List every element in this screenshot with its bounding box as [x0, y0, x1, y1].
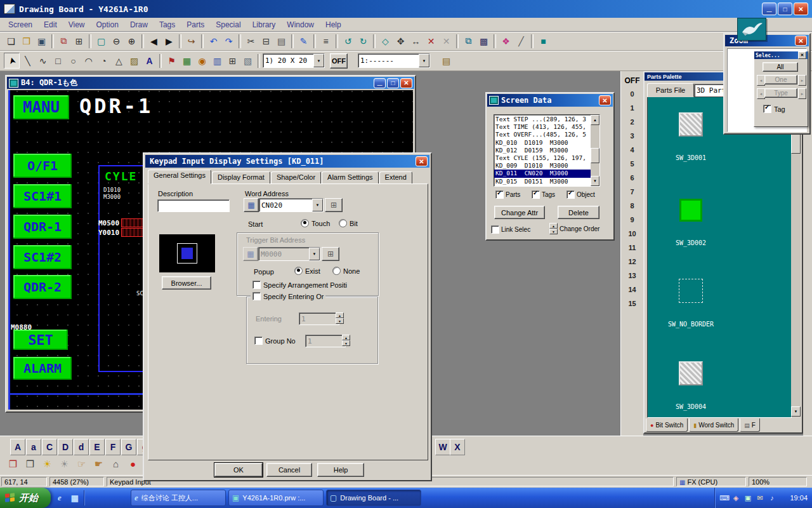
delete-icon[interactable]: ✕: [424, 34, 438, 48]
hmi-button-manu[interactable]: MANU: [13, 95, 69, 119]
level-6[interactable]: 6: [621, 174, 643, 188]
menu-help[interactable]: Help: [320, 18, 347, 31]
one-next-icon[interactable]: [798, 75, 806, 86]
close-button[interactable]: [794, 3, 808, 15]
list-item[interactable]: Text CYLE (155, 126, 197,: [494, 154, 591, 162]
rotate-cw-icon[interactable]: ↻: [356, 34, 370, 48]
group-no-checkbox[interactable]: Group No: [254, 337, 296, 345]
part-sw-no-border[interactable]: SW_NO_BORDER: [653, 279, 729, 328]
tags-checkbox[interactable]: Tags: [532, 190, 555, 199]
undo-icon[interactable]: ↶: [206, 34, 221, 48]
select-one-button[interactable]: One: [764, 75, 797, 84]
move-icon[interactable]: ✥: [393, 34, 408, 48]
change-attr-button[interactable]: Change Attr: [494, 206, 545, 219]
maximize-button[interactable]: [778, 3, 792, 15]
select-panel-titlebar[interactable]: Selec...: [754, 51, 808, 59]
level-1[interactable]: 1: [621, 104, 643, 118]
menu-library[interactable]: Library: [247, 18, 282, 31]
list-item[interactable]: Text STEP ...(289, 126, 3: [494, 116, 591, 123]
menu-special[interactable]: Special: [210, 18, 246, 31]
popup-none-radio[interactable]: None: [332, 267, 360, 275]
group-no-input[interactable]: 1: [305, 335, 346, 347]
level-13[interactable]: 13: [621, 272, 643, 286]
menu-option[interactable]: Option: [91, 18, 124, 31]
volume-icon[interactable]: ♪: [768, 494, 776, 502]
group-no-spinner[interactable]: [342, 335, 350, 346]
show-desktop-icon[interactable]: ▦: [70, 493, 80, 503]
save-icon[interactable]: ▣: [34, 34, 49, 48]
level-off-button[interactable]: OFF: [621, 76, 643, 85]
bulb-off-icon[interactable]: ☀: [56, 456, 72, 472]
spin-up-icon[interactable]: [342, 335, 350, 340]
popup-exist-radio[interactable]: Exist: [294, 267, 320, 275]
change-order-spinner[interactable]: [549, 223, 558, 234]
grid-icon[interactable]: ⊞: [72, 34, 86, 48]
screen-restore-button[interactable]: [387, 78, 399, 88]
tab-f[interactable]: F: [740, 418, 760, 432]
select-type-button[interactable]: Type: [764, 88, 797, 98]
mirror-icon[interactable]: ◇: [378, 34, 393, 48]
scroll-thumb[interactable]: [591, 148, 599, 163]
select-all-button[interactable]: All: [763, 62, 798, 72]
jump-icon[interactable]: ↪: [184, 34, 199, 48]
line-tool-icon[interactable]: ╲: [20, 53, 35, 68]
task-forum[interactable]: e 综合讨论 工控人...: [131, 490, 226, 506]
screen-data-close-button[interactable]: [599, 95, 611, 105]
color-settings-icon[interactable]: ❖: [499, 34, 513, 48]
list-item[interactable]: KD_015 D0151 M3000: [494, 178, 591, 185]
level-12[interactable]: 12: [621, 258, 643, 272]
font-cell-C[interactable]: C: [42, 439, 57, 455]
link-select-checkbox[interactable]: Link Selec: [491, 225, 530, 234]
bulb-on-icon[interactable]: ☀: [39, 456, 55, 472]
scroll-down-icon[interactable]: [791, 406, 801, 417]
level-4[interactable]: 4: [621, 146, 643, 160]
hmi-button-qdr-2[interactable]: QDR-2: [13, 275, 72, 299]
mark-tool-icon[interactable]: ◉: [195, 53, 209, 68]
resize-icon[interactable]: ↔: [409, 34, 423, 48]
pie-tool-icon[interactable]: ◔: [96, 53, 111, 68]
specify-arrangement-checkbox[interactable]: Specify Arrangement Positi: [252, 281, 347, 289]
parts-stamp-dark-icon[interactable]: ❒: [22, 456, 38, 472]
part-sw-3d001[interactable]: SW_3D001: [653, 112, 729, 161]
parts-tool-icon[interactable]: ▦: [180, 53, 194, 68]
help-button[interactable]: Help: [317, 463, 364, 477]
parts-stamp-icon[interactable]: ❒: [5, 456, 21, 472]
hmi-button-sc1-2[interactable]: SC1#2: [13, 245, 72, 269]
tab-bit-switch[interactable]: Bit Switch: [646, 418, 688, 432]
screen-close-button[interactable]: [400, 78, 412, 88]
address-keypad-button[interactable]: [244, 198, 259, 212]
font-cell-d[interactable]: d: [74, 439, 89, 455]
address-calculator-button[interactable]: [325, 198, 343, 212]
list-item[interactable]: Text TIME (413, 126, 455,: [494, 123, 591, 131]
antivirus-icon[interactable]: ◈: [731, 494, 740, 502]
font-cell-D[interactable]: D: [58, 439, 73, 455]
font-cell-E[interactable]: E: [89, 439, 105, 455]
chevron-down-icon[interactable]: [419, 54, 429, 67]
ellipse-tool-icon[interactable]: ○: [66, 53, 81, 68]
new-file-icon[interactable]: ❏: [4, 34, 18, 48]
scroll-track[interactable]: [791, 107, 801, 406]
menu-parts[interactable]: Parts: [181, 18, 210, 31]
open-folder-icon[interactable]: ❒: [19, 34, 34, 48]
next-screen-icon[interactable]: ▶: [162, 34, 176, 48]
grid-size-combo[interactable]: 1) 20 X 20: [263, 53, 325, 68]
entering-input[interactable]: 1: [299, 312, 339, 325]
screen-data-list[interactable]: Text STEP ...(289, 126, 3 Text TIME (413…: [494, 114, 600, 187]
hmi-button-of1[interactable]: O/F1: [13, 154, 72, 178]
arc-tool-icon[interactable]: ◠: [81, 53, 96, 68]
scroll-down-icon[interactable]: [591, 176, 599, 186]
list-item-selected[interactable]: KD_011 CN020 M3000: [494, 170, 591, 177]
font-cell-G[interactable]: G: [121, 439, 136, 455]
pointer-tool-icon[interactable]: ➤: [4, 53, 20, 69]
zoom-close-button[interactable]: [795, 36, 807, 46]
hmi-button-set[interactable]: SET: [13, 330, 68, 350]
level-3[interactable]: 3: [621, 132, 643, 146]
part-sw-3d002[interactable]: SW_3D002: [653, 199, 729, 246]
bring-front-icon[interactable]: ▩: [476, 34, 491, 48]
spin-down-icon[interactable]: [342, 340, 350, 346]
rect-tool-icon[interactable]: □: [51, 53, 65, 68]
level-5[interactable]: 5: [621, 160, 643, 174]
finger-icon[interactable]: ☞: [74, 456, 89, 472]
tab-extend[interactable]: Extend: [379, 171, 412, 184]
dialog-close-button[interactable]: [416, 156, 428, 166]
